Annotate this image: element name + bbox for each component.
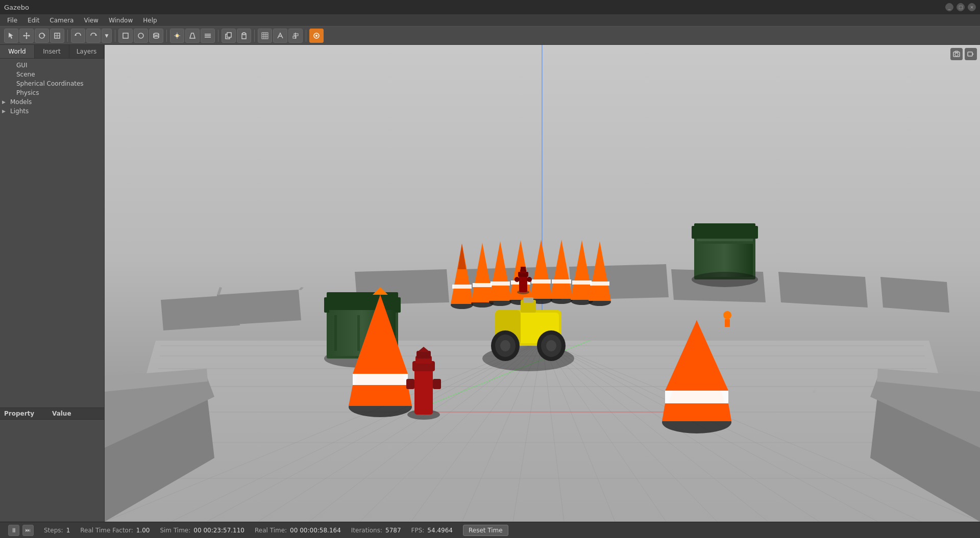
svg-point-15: [138, 33, 143, 38]
undo-button[interactable]: [71, 29, 85, 43]
tree-arrow-models: ▶: [2, 99, 8, 105]
viewport[interactable]: [105, 45, 980, 522]
app-title: Gazebo: [4, 4, 29, 11]
sep2: [115, 30, 115, 42]
svg-rect-116: [521, 267, 526, 271]
translate-tool[interactable]: [19, 29, 34, 43]
realtime-factor-value: 1.00: [136, 527, 150, 534]
svg-rect-106: [572, 280, 592, 285]
step-button[interactable]: ⏭: [22, 525, 34, 536]
sim-time-label: Sim Time:: [160, 527, 190, 534]
titlebar: Gazebo _ □ ×: [0, 0, 980, 14]
svg-point-147: [546, 340, 556, 351]
iterations-label: Iterations:: [351, 527, 382, 534]
iterations-value: 5787: [385, 527, 401, 534]
menu-edit[interactable]: Edit: [22, 16, 44, 25]
rotate-tool[interactable]: [35, 29, 49, 43]
svg-point-172: [813, 390, 816, 393]
steps-display: Steps: 1: [44, 527, 70, 534]
align-tool[interactable]: [288, 29, 303, 43]
world-tree: GUI Scene Spherical Coordinates Physics …: [0, 59, 104, 407]
tree-item-lights[interactable]: ▶ Lights: [0, 107, 104, 116]
redo-dropdown[interactable]: ▼: [102, 29, 112, 43]
pause-button[interactable]: ⏸: [8, 525, 19, 536]
copy-button[interactable]: [222, 29, 236, 43]
menu-file[interactable]: File: [2, 16, 22, 25]
svg-marker-3: [26, 32, 28, 34]
real-time-display: Real Time: 00 00:00:58.164: [255, 527, 341, 534]
svg-rect-151: [414, 366, 433, 415]
toolbar: ▼: [0, 27, 980, 45]
realtime-factor-display: Real Time Factor: 1.00: [80, 527, 150, 534]
tree-item-scene[interactable]: Scene: [0, 70, 104, 79]
tab-layers[interactable]: Layers: [69, 45, 104, 58]
redo-button[interactable]: [86, 29, 101, 43]
svg-rect-87: [452, 285, 472, 289]
box-tool[interactable]: [118, 29, 133, 43]
sep3: [166, 30, 167, 42]
svg-point-20: [176, 34, 179, 37]
tree-arrow-lights: ▶: [2, 109, 8, 114]
svg-rect-121: [694, 223, 755, 234]
minimize-button[interactable]: _: [945, 3, 953, 11]
tree-item-spherical[interactable]: Spherical Coordinates: [0, 79, 104, 88]
property-content: [0, 420, 104, 522]
real-time-value: 00 00:00:58.164: [290, 527, 341, 534]
menu-view[interactable]: View: [79, 16, 103, 25]
fps-display: FPS: 54.4964: [411, 527, 453, 534]
viewport-icons: [950, 48, 977, 60]
paste-button[interactable]: [237, 29, 251, 43]
scale-tool[interactable]: [50, 29, 64, 43]
property-col-name: Property: [4, 410, 52, 417]
svg-rect-111: [519, 274, 527, 292]
menu-window[interactable]: Window: [104, 16, 138, 25]
svg-marker-83: [778, 272, 868, 308]
property-panel: Property Value: [0, 407, 104, 522]
sep1: [67, 30, 68, 42]
maximize-button[interactable]: □: [957, 3, 965, 11]
reset-time-button[interactable]: Reset Time: [463, 525, 508, 536]
fps-label: FPS:: [411, 527, 425, 534]
record-button[interactable]: [965, 48, 977, 60]
svg-rect-100: [531, 279, 551, 284]
pointlight-tool[interactable]: [170, 29, 184, 43]
menu-help[interactable]: Help: [138, 16, 162, 25]
camera-orbit-tool[interactable]: [309, 29, 324, 43]
realtime-factor-label: Real Time Factor:: [80, 527, 133, 534]
tree-item-physics[interactable]: Physics: [0, 88, 104, 97]
tree-item-models[interactable]: ▶ Models: [0, 97, 104, 107]
svg-marker-163: [662, 403, 731, 421]
grid-tool[interactable]: [258, 29, 272, 43]
tab-world[interactable]: World: [0, 45, 35, 58]
real-time-label: Real Time:: [255, 527, 287, 534]
directionallight-tool[interactable]: [201, 29, 215, 43]
tab-insert[interactable]: Insert: [35, 45, 69, 58]
svg-rect-40: [294, 34, 298, 36]
svg-point-114: [514, 277, 520, 282]
close-button[interactable]: ×: [968, 3, 976, 11]
sep5: [254, 30, 255, 42]
statusbar: ⏸ ⏭ Steps: 1 Real Time Factor: 1.00 Sim …: [0, 522, 980, 538]
snap-tool[interactable]: [273, 29, 287, 43]
svg-rect-156: [416, 351, 431, 358]
iterations-display: Iterations: 5787: [351, 527, 401, 534]
sidebar: World Insert Layers GUI Scene Spherical …: [0, 45, 105, 522]
svg-rect-94: [491, 281, 510, 286]
sphere-tool[interactable]: [134, 29, 148, 43]
svg-rect-154: [406, 379, 414, 389]
svg-point-19: [154, 36, 159, 38]
tree-item-gui[interactable]: GUI: [0, 61, 104, 70]
screenshot-button[interactable]: [950, 48, 963, 60]
cursor-tool[interactable]: [4, 29, 18, 43]
svg-point-164: [723, 311, 731, 319]
svg-rect-160: [665, 391, 728, 403]
spotlight-tool[interactable]: [185, 29, 200, 43]
svg-marker-5: [23, 35, 24, 37]
svg-marker-136: [349, 385, 412, 406]
steps-label: Steps:: [44, 527, 63, 534]
cylinder-tool[interactable]: [149, 29, 163, 43]
svg-rect-127: [327, 292, 398, 305]
svg-rect-129: [357, 315, 360, 351]
menu-camera[interactable]: Camera: [44, 16, 79, 25]
svg-marker-78: [161, 295, 240, 330]
